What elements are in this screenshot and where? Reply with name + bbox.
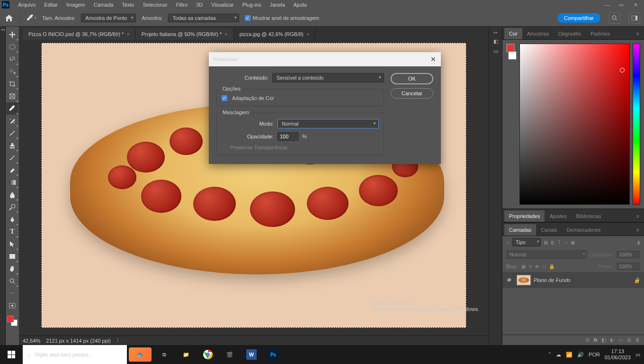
blend-mode-dropdown[interactable]: Normal [506,250,587,259]
shape-tool[interactable] [6,250,18,263]
pen-tool[interactable] [6,213,18,226]
blur-tool[interactable] [6,189,18,201]
lock-paint-icon[interactable]: ✎ [528,264,532,269]
ok-button[interactable]: OK [391,73,433,84]
group-icon[interactable]: ▭ [618,337,623,343]
filter-adjust-icon[interactable]: ◐ [551,240,555,245]
lock-pixels-icon[interactable]: ▦ [521,264,526,269]
fx-icon[interactable]: fx [593,337,598,343]
dodge-tool[interactable] [6,201,18,213]
workspace-icon[interactable] [629,12,640,24]
doc-tab-2[interactable]: pizza.jpg @ 42,6% (RGB/8)× [234,28,316,40]
show-ring-checkbox[interactable]: ✓Mostrar anel de amostragem [245,15,319,21]
marquee-tool[interactable] [6,41,18,53]
menu-plugins[interactable]: Plug-ins [239,1,265,9]
lock-all-icon[interactable]: 🔒 [549,264,555,269]
close-icon[interactable]: × [224,31,227,37]
photoshop-icon[interactable]: Ps [262,345,284,364]
window-restore[interactable]: ▭ [615,0,628,9]
frame-tool[interactable] [6,90,18,102]
window-close[interactable]: ✕ [629,0,642,9]
notifications-icon[interactable]: ▭ [635,352,640,358]
chevron-right-icon[interactable]: 〉 [116,337,122,344]
lock-icon[interactable]: 🔒 [634,277,640,283]
left-collapse-strip[interactable]: ◂◂ [0,27,6,345]
layer-fill[interactable]: 100% [617,263,640,270]
history-brush-tool[interactable] [6,152,18,164]
close-icon[interactable]: ✕ [430,55,436,63]
onedrive-icon[interactable]: ☁ [556,352,561,358]
tab-bibliotecas[interactable]: Bibliotecas [572,210,606,222]
menu-janela[interactable]: Janela [266,1,288,9]
home-icon[interactable] [4,13,14,23]
zoom-level[interactable]: 42,64% [23,338,40,344]
menu-texto[interactable]: Texto [118,1,138,9]
tab-camadas[interactable]: Camadas [504,224,536,236]
meet-now-icon[interactable]: 🐟 [129,347,152,362]
menu-imagem[interactable]: Imagem [63,1,89,9]
task-view-icon[interactable]: ⧉ [153,345,175,364]
tab-amostras[interactable]: Amostras [522,28,554,39]
panel-menu-icon[interactable]: ≡ [634,28,642,39]
tab-canais[interactable]: Canais [536,224,562,236]
new-layer-icon[interactable]: ⊞ [627,337,631,343]
volume-icon[interactable]: 🔊 [577,352,584,358]
opacity-input[interactable] [277,132,298,141]
right-collapse-strip[interactable]: ▸▸ ◧ ▭ [489,27,502,345]
clock[interactable]: 17:1301/06/2023 [605,348,631,361]
close-icon[interactable]: × [306,31,309,37]
adjust-icon[interactable]: ◧ [493,38,498,45]
color-adaptation-checkbox[interactable]: ✓Adaptação de Cor [222,95,379,101]
lock-position-icon[interactable]: ✥ [535,264,539,269]
doc-info[interactable]: 2121 px x 1414 px (240 ppi) [46,338,110,344]
crop-tool[interactable] [6,78,18,90]
tab-degrades[interactable]: Degradês [554,28,586,39]
menu-visualizar[interactable]: Visualizar [207,1,238,9]
adjustment-icon[interactable]: ◐ [610,337,615,343]
menu-arquivo[interactable]: Arquivo [14,1,39,9]
edit-toolbar[interactable] [6,300,18,312]
mask-icon[interactable]: ◧ [601,337,606,343]
type-tool[interactable]: T [6,226,18,238]
zoom-tool[interactable] [6,275,18,287]
tab-propriedades[interactable]: Propriedades [504,210,545,222]
doc-tab-1[interactable]: Projeto Italiana @ 50% (RGB/8#) *× [136,28,234,40]
panel-menu-icon[interactable]: ≡ [634,210,642,222]
path-select-tool[interactable] [6,238,18,250]
tab-cor[interactable]: Cor [504,28,522,39]
hue-slider[interactable] [633,44,640,205]
tab-ajustes[interactable]: Ajustes [545,210,571,222]
heal-tool[interactable] [6,115,18,127]
filter-smart-icon[interactable]: ▣ [571,240,575,245]
search-icon[interactable] [609,12,620,24]
panel-menu-icon[interactable]: ≡ [634,224,642,236]
cancel-button[interactable]: Cancelar [391,88,433,99]
stamp-tool[interactable] [6,139,18,152]
dialog-titlebar[interactable]: Preencher ✕ [209,52,441,66]
doc-tab-0[interactable]: Pizza O INICIO.psd @ 36,7% (RGB/8#) *× [23,28,136,40]
link-icon[interactable]: ⧉ [586,337,590,343]
window-minimize[interactable]: — [600,0,614,9]
layer-opacity[interactable]: 100% [617,251,640,258]
visibility-icon[interactable]: 👁 [506,277,514,283]
menu-editar[interactable]: Editar [40,1,62,9]
content-dropdown[interactable]: Sensível a conteúdo [272,73,384,82]
layer-filter-type[interactable]: Tipo [512,238,541,246]
search-icon[interactable]: ⌕ [506,239,510,245]
file-explorer-icon[interactable]: 📁 [175,345,197,364]
delete-icon[interactable]: 🗑 [635,337,640,343]
hand-tool[interactable] [6,263,18,275]
menu-selecionar[interactable]: Selecionar [139,1,171,9]
menu-filtro[interactable]: Filtro [172,1,191,9]
menu-3d[interactable]: 3D [192,1,206,9]
color-picker[interactable] [519,44,630,205]
eyedropper-icon[interactable]: ▾ [26,13,36,23]
wifi-icon[interactable]: 📶 [566,352,572,358]
eyedropper-tool[interactable] [6,102,18,115]
tray-chevron-icon[interactable]: ˄ [548,352,551,358]
filter-toggle[interactable]: ▮ [637,240,640,245]
word-icon[interactable]: W [241,345,262,364]
quick-select-tool[interactable] [6,65,18,78]
filter-type-icon[interactable]: T [558,240,561,245]
layer-name[interactable]: Plano de Fundo [534,277,571,283]
